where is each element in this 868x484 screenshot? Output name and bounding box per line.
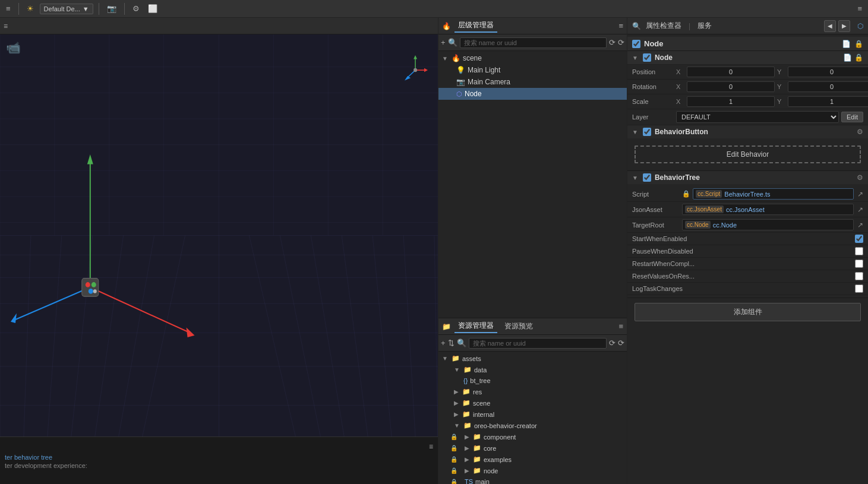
edit-behavior-btn[interactable]: Edit Behavior bbox=[635, 145, 861, 163]
node-section-file-icon[interactable]: 📄 bbox=[843, 53, 852, 62]
behavior-button-header[interactable]: ▼ BehaviorButton ⚙ bbox=[627, 125, 868, 138]
inspector-divider: | bbox=[689, 22, 690, 30]
node-section-header[interactable]: ▼ Node 📄 🔒 bbox=[627, 51, 868, 65]
gear-toolbar-icon[interactable]: ⚙ bbox=[130, 3, 142, 14]
services-title: 服务 bbox=[697, 21, 712, 31]
panel-menu-icon[interactable]: ≡ bbox=[618, 21, 623, 30]
assets-item-core[interactable]: 🔒 ▶ 📁 core bbox=[438, 442, 627, 454]
layer-edit-btn[interactable]: Edit bbox=[841, 112, 863, 122]
tree-item-main-camera[interactable]: 📷 Main Camera bbox=[438, 76, 627, 88]
viewport-canvas[interactable]: 📹 ↖ bbox=[0, 34, 438, 436]
tree-item-main-light[interactable]: 💡 Main Light bbox=[438, 64, 627, 76]
pos-y-label: Y bbox=[777, 68, 785, 75]
assets-search-icon[interactable]: 🔍 bbox=[457, 339, 466, 347]
behavior-tree-header[interactable]: ▼ BehaviorTree ⚙ bbox=[627, 171, 868, 184]
oreo-folder-icon: 📁 bbox=[463, 422, 472, 429]
tree-item-scene[interactable]: ▼ 🔥 scene bbox=[438, 52, 627, 64]
camera-toolbar-icon[interactable]: 📷 bbox=[105, 3, 119, 14]
node-section-icons: 📄 🔒 bbox=[843, 53, 863, 62]
node-lock-icon[interactable]: 🔒 bbox=[854, 40, 863, 48]
bt-checkbox[interactable] bbox=[643, 173, 651, 182]
core-lock-icon: 🔒 bbox=[450, 445, 457, 451]
pause-when-disabled-label: PauseWhenDisabled bbox=[632, 248, 853, 255]
tree-item-node[interactable]: ⬡ Node bbox=[438, 88, 627, 100]
viewport-grid bbox=[0, 34, 438, 436]
res-folder-icon: 📁 bbox=[462, 388, 471, 396]
assets-add-icon[interactable]: + bbox=[441, 339, 446, 347]
assets-sync-icon[interactable]: ⟳ bbox=[609, 339, 616, 347]
main-ts-icon: TS bbox=[465, 478, 473, 484]
assets-sort-icon[interactable]: ⇅ bbox=[448, 339, 454, 347]
assets-item-data[interactable]: ▼ 📁 data bbox=[438, 364, 627, 375]
hierarchy-sync2-icon[interactable]: ⟳ bbox=[618, 38, 624, 47]
targetroot-arrow-icon[interactable]: ↗ bbox=[857, 221, 863, 229]
assets-item-examples[interactable]: 🔒 ▶ 📁 examples bbox=[438, 454, 627, 465]
inspector-ext-icon[interactable]: ⬡ bbox=[857, 22, 863, 30]
node-section-lock-icon[interactable]: 🔒 bbox=[854, 53, 863, 62]
scale-y-input[interactable] bbox=[788, 96, 868, 107]
node-file-icon[interactable]: 📄 bbox=[842, 40, 851, 48]
hierarchy-tree[interactable]: ▼ 🔥 scene 💡 Main Light 📷 Main Camera bbox=[438, 51, 627, 318]
pos-y-input[interactable] bbox=[788, 67, 868, 77]
hierarchy-sync-icon[interactable]: ⟳ bbox=[609, 38, 616, 47]
assets-item-node[interactable]: 🔒 ▶ 📁 node bbox=[438, 465, 627, 476]
viewport-menu-icon[interactable]: ≡ bbox=[4, 22, 8, 30]
tab-hierarchy[interactable]: 层级管理器 bbox=[454, 19, 497, 33]
assets-item-component[interactable]: 🔒 ▶ 📁 component bbox=[438, 431, 627, 442]
rot-x-input[interactable] bbox=[687, 81, 775, 92]
right-menu-icon[interactable]: ≡ bbox=[855, 3, 864, 14]
tab-assets-preview[interactable]: 资源预览 bbox=[501, 320, 536, 333]
jsonasset-arrow-icon[interactable]: ↗ bbox=[857, 205, 863, 214]
assets-item-assets[interactable]: ▼ 📁 assets bbox=[438, 353, 627, 364]
node-top-header: Node 📄 🔒 bbox=[627, 37, 868, 51]
screen-toolbar-icon[interactable]: ⬜ bbox=[146, 3, 160, 14]
default-label: Default De... bbox=[44, 5, 80, 12]
reset-values-label: ResetValuesOnRes... bbox=[632, 273, 853, 280]
restart-when-compl-checkbox[interactable] bbox=[855, 260, 863, 268]
assets-item-scene[interactable]: ▶ 📁 scene bbox=[438, 397, 627, 409]
assets-search-input[interactable] bbox=[469, 338, 607, 349]
targetroot-type-badge: cc.Node bbox=[685, 221, 711, 229]
dropdown-arrow: ▼ bbox=[83, 5, 89, 12]
bb-gear-icon[interactable]: ⚙ bbox=[857, 128, 863, 136]
tab-assets[interactable]: 资源管理器 bbox=[454, 319, 497, 333]
console-menu-icon[interactable]: ≡ bbox=[429, 442, 433, 451]
nav-right-btn[interactable]: ▶ bbox=[838, 20, 850, 32]
hierarchy-search-input[interactable] bbox=[460, 37, 607, 48]
menu-icon[interactable]: ≡ bbox=[4, 3, 13, 14]
assets-menu-icon[interactable]: ≡ bbox=[618, 322, 623, 331]
bb-checkbox[interactable] bbox=[643, 128, 651, 136]
hierarchy-add-icon[interactable]: + bbox=[441, 38, 446, 47]
pause-when-disabled-checkbox[interactable] bbox=[855, 247, 863, 255]
add-component-btn[interactable]: 添加组件 bbox=[635, 303, 861, 321]
hierarchy-search-icon[interactable]: 🔍 bbox=[448, 38, 457, 47]
start-when-enabled-checkbox[interactable] bbox=[855, 235, 863, 243]
jsonasset-row: JsonAsset cc.JsonAsset cc.JsonAsset ↗ bbox=[627, 202, 868, 217]
scene-assets-label: scene bbox=[473, 400, 490, 407]
examples-folder-icon: 📁 bbox=[473, 455, 481, 463]
assets-sync2-icon[interactable]: ⟳ bbox=[618, 339, 624, 347]
node-active-checkbox[interactable] bbox=[632, 40, 640, 48]
log-task-changes-checkbox[interactable] bbox=[855, 284, 863, 293]
rot-y-input[interactable] bbox=[788, 81, 868, 92]
component-arrow: ▶ bbox=[465, 434, 469, 440]
assets-item-bt-tree[interactable]: {} bt_tree bbox=[438, 375, 627, 386]
assets-item-internal[interactable]: ▶ 📁 internal bbox=[438, 409, 627, 420]
script-arrow-icon[interactable]: ↗ bbox=[857, 190, 863, 198]
assets-panel-header: 📁 资源管理器 资源预览 ≡ bbox=[438, 318, 627, 335]
inspector-header: 🔍 属性检查器 | 服务 ◀ ▶ ⬡ bbox=[627, 18, 868, 34]
assets-item-main[interactable]: 🔒 TS main bbox=[438, 476, 627, 484]
nav-left-btn[interactable]: ◀ bbox=[824, 20, 836, 32]
assets-item-oreo[interactable]: ▼ 📁 oreo-behavior-creator bbox=[438, 420, 627, 431]
bt-gear-icon[interactable]: ⚙ bbox=[857, 173, 863, 182]
pos-x-input[interactable] bbox=[687, 67, 775, 77]
node-section-checkbox[interactable] bbox=[643, 53, 651, 62]
main-light-label: Main Light bbox=[468, 66, 500, 74]
scale-x-input[interactable] bbox=[687, 96, 775, 107]
reset-values-checkbox[interactable] bbox=[855, 272, 863, 280]
assets-tree[interactable]: ▼ 📁 assets ▼ 📁 data {} bbox=[438, 352, 627, 484]
assets-item-res[interactable]: ▶ 📁 res bbox=[438, 386, 627, 397]
rotation-label: Rotation bbox=[632, 83, 674, 90]
layer-select[interactable]: DEFAULT bbox=[676, 111, 839, 123]
default-dropdown[interactable]: Default De... ▼ bbox=[40, 4, 93, 14]
